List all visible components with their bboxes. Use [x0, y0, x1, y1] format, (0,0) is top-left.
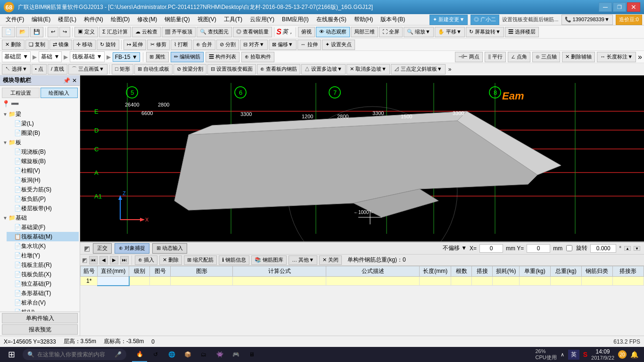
- find-element-btn[interactable]: 🔍 查找图元: [197, 27, 232, 37]
- merge-btn[interactable]: ⊕ 合并: [193, 40, 215, 50]
- cell-len[interactable]: [420, 277, 451, 286]
- subtype-selector[interactable]: 筏板基础 ▼: [70, 51, 104, 62]
- move-btn[interactable]: ✛ 移动: [73, 40, 96, 50]
- lang-indicator[interactable]: 英: [568, 350, 579, 360]
- cell-lap[interactable]: [472, 277, 493, 286]
- tree-item-beam-l[interactable]: 📄 梁(L): [7, 119, 79, 128]
- report-preview-btn[interactable]: 报表预览: [2, 324, 78, 335]
- tree-item-spiral-slab[interactable]: 📄 螺旋板(B): [7, 156, 79, 166]
- rotate-up-btn[interactable]: ▲: [624, 246, 631, 251]
- menu-modify[interactable]: 修改(M): [133, 15, 161, 25]
- fullscreen-btn[interactable]: ⛶ 全屏: [379, 27, 403, 37]
- tree-row-beam[interactable]: ▼ 📁 梁: [1, 109, 79, 119]
- break-btn[interactable]: ⌇ 打断: [171, 40, 191, 50]
- close-table-btn[interactable]: ✕ 关闭: [319, 255, 342, 265]
- cell-category[interactable]: [581, 277, 612, 286]
- save-btn[interactable]: 💾: [30, 27, 43, 37]
- tree-item-col-pier[interactable]: 📄 柱墩(Y): [7, 251, 79, 260]
- check-rebar-btn[interactable]: ◎ 查看钢筋量: [233, 27, 272, 37]
- cancel-slope-btn[interactable]: ✕ 取消多边坡▼: [347, 64, 390, 74]
- split-btn[interactable]: ⊘ 分割: [216, 40, 239, 50]
- menu-rebar-qty[interactable]: 钢筋量(Q): [161, 15, 193, 25]
- mirror-btn[interactable]: ⇄ 镜像: [50, 40, 72, 50]
- screen-rotate-btn[interactable]: ↻ 屏幕旋转▼: [466, 27, 504, 37]
- nav-next-btn[interactable]: ▶: [110, 256, 118, 264]
- layer-selector[interactable]: 基础层 ▼: [2, 51, 31, 62]
- component-list-btn[interactable]: ☰ 构件列表: [206, 52, 239, 62]
- menu-bim[interactable]: BIM应用(I): [278, 15, 313, 25]
- tree-item-cast-slab[interactable]: 📄 现浇板(B): [7, 147, 79, 156]
- cloud-check-btn[interactable]: ☁ 云检查: [132, 27, 161, 37]
- align-plate-btn[interactable]: ▦ 齐平板顶: [162, 27, 196, 37]
- select-floor-btn[interactable]: ☰ 选择楼层: [505, 27, 539, 37]
- set-slope-btn[interactable]: △ 设置多边坡▼: [301, 64, 346, 74]
- cell-loss[interactable]: [493, 277, 520, 286]
- menu-online[interactable]: 在线服务(S): [313, 15, 350, 25]
- tree-item-strip-found[interactable]: 📄 条形基础(T): [7, 288, 79, 298]
- new-change-btn[interactable]: ✦ 新建变更▼: [429, 15, 468, 25]
- snap-btn[interactable]: ⊕ 对象捕捉: [115, 243, 149, 254]
- minus-icon[interactable]: ➖: [11, 100, 19, 107]
- minimize-button[interactable]: ─: [599, 2, 612, 12]
- pan-btn[interactable]: ✋ 平移▼: [435, 27, 465, 37]
- edit-rebar-btn[interactable]: ✏ 编辑钢筋: [171, 52, 204, 62]
- view-inner-rebar-btn[interactable]: ⊕ 查看板内钢筋: [257, 64, 300, 74]
- dynamic-obs-btn[interactable]: 👁 动态观察: [316, 27, 350, 37]
- pin-icon[interactable]: 📍: [2, 100, 10, 107]
- point-angle-btn[interactable]: ∠ 点角: [508, 52, 530, 62]
- menu-file[interactable]: 文件(F): [2, 15, 28, 25]
- chevron-up-icon[interactable]: ∧: [561, 352, 564, 358]
- menu-draw[interactable]: 绘图(D): [107, 15, 134, 25]
- rotate-input[interactable]: [590, 244, 616, 253]
- rebar-lib-btn[interactable]: 📚 钢筋图库: [251, 255, 287, 265]
- sidebar-pin-icon[interactable]: 📌: [63, 77, 70, 84]
- rotate-btn[interactable]: ↻ 旋转: [97, 40, 119, 50]
- menu-version[interactable]: 版本号(B): [377, 15, 409, 25]
- undo-btn[interactable]: ↩: [48, 27, 58, 37]
- project-settings-btn[interactable]: 工程设置: [2, 88, 40, 98]
- taskbar-app-1[interactable]: 🔥: [132, 347, 147, 362]
- menu-edit[interactable]: 编辑(E): [28, 15, 54, 25]
- sidebar-close-icon[interactable]: ✕: [72, 77, 77, 84]
- taskbar-search[interactable]: 🔍 在这里输入你要搜索的内容 🎤: [23, 349, 126, 360]
- insert-row-btn[interactable]: ⊕ 插入: [135, 255, 157, 265]
- notification-icon[interactable]: 🔔: [630, 351, 638, 358]
- trim-btn[interactable]: ✂ 修剪: [147, 40, 170, 50]
- orthogonal-btn[interactable]: 正交: [93, 243, 112, 254]
- menu-component[interactable]: 构件(N): [80, 15, 107, 25]
- rect-tool-btn[interactable]: □ 矩形: [112, 64, 133, 74]
- y-input[interactable]: [527, 244, 550, 253]
- local-3d-btn[interactable]: 局部三维: [351, 27, 378, 37]
- start-btn[interactable]: ⊞: [2, 347, 21, 362]
- x-input[interactable]: [479, 244, 503, 253]
- menu-tools[interactable]: 工具(T): [220, 15, 246, 25]
- three-pts-axis-btn[interactable]: ⊙ 三点轴: [532, 52, 560, 62]
- menu-cloud[interactable]: 云应用(Y): [246, 15, 278, 25]
- tree-item-found-beam[interactable]: 📄 基础梁(F): [7, 222, 79, 232]
- taskbar-app-6[interactable]: 👾: [212, 347, 227, 362]
- dynamic-input-btn[interactable]: ⊞ 动态输入: [152, 243, 187, 254]
- menu-view[interactable]: 视图(V): [194, 15, 220, 25]
- rebar-info-btn[interactable]: ℹ 钢筋信息: [219, 255, 249, 265]
- sigma-btn[interactable]: Σ 汇总计算: [99, 27, 131, 37]
- cell-shape[interactable]: [171, 277, 233, 286]
- taskbar-app-5[interactable]: 🗂: [196, 347, 211, 362]
- select-tool-btn[interactable]: ↖ 选择▼: [2, 64, 31, 74]
- more-icon[interactable]: »: [448, 66, 452, 73]
- sys-clock[interactable]: 14:09 2017/9/22: [591, 348, 614, 361]
- rotate-checkbox[interactable]: [566, 245, 572, 251]
- single-comp-input-btn[interactable]: 单构件输入: [2, 313, 78, 323]
- coins-btn[interactable]: 造价豆:0: [616, 15, 642, 25]
- type-selector[interactable]: 基础 ▼: [39, 51, 62, 62]
- restore-button[interactable]: ❐: [613, 2, 626, 12]
- rotate-down-btn[interactable]: ▼: [634, 246, 640, 251]
- set-section-btn[interactable]: ⊟ 设置筏板变截面: [207, 64, 256, 74]
- redo-btn[interactable]: ↪: [59, 27, 70, 37]
- nav-prev-btn[interactable]: ◀: [99, 256, 108, 264]
- stretch-btn[interactable]: ↔ 拉伸: [297, 40, 321, 50]
- properties-btn[interactable]: ⊞ 属性: [146, 52, 169, 62]
- menu-help[interactable]: 帮助(H): [350, 15, 377, 25]
- two-pts-btn[interactable]: ⊣⊢ 两点: [455, 52, 483, 62]
- other-btn[interactable]: … 其他▼: [289, 255, 317, 265]
- cell-lap-type[interactable]: [612, 277, 644, 286]
